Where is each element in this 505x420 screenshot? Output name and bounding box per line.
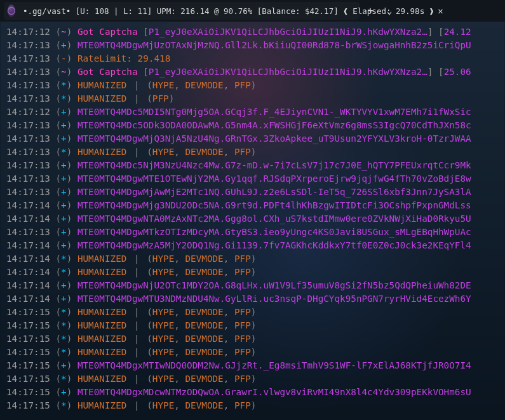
token-value: MTE0MTQ4MDgwMjQ3NjA5NzU4Ng.GRnTGx.3ZkoAp…	[77, 133, 471, 144]
status-symbol: -	[61, 53, 67, 64]
status-symbol: +	[61, 294, 67, 304]
paren-close: )	[67, 320, 77, 330]
status-symbol: *	[61, 93, 67, 104]
paren-close: )	[67, 53, 77, 64]
status-symbol: ~	[61, 67, 67, 77]
paren-close: )	[67, 107, 77, 117]
timestamp: 14:17:13	[6, 93, 55, 104]
paren-close: )	[67, 227, 77, 237]
paren-open: (	[55, 347, 61, 357]
paren-close: )	[67, 160, 77, 170]
timestamp: 14:17:15	[6, 387, 55, 397]
paren-close: )	[67, 254, 77, 264]
paren-close: )	[67, 307, 77, 317]
timestamp: 14:17:12	[6, 107, 55, 117]
log-line: 14:17:13 (*) HUMANIZED | (HYPE, DEVMODE,…	[6, 146, 499, 159]
separator: |	[128, 267, 145, 277]
timestamp: 14:17:14	[6, 294, 55, 304]
log-line: 14:17:13 (+) MTE0MTQ4MDgwMTE1OTEwNjY2MA.…	[6, 172, 499, 186]
log-line: 14:17:13 (~) Got Captcha [P1_eyJ0eXAiOiJ…	[6, 65, 499, 79]
status-symbol: +	[61, 107, 67, 117]
token-value: MTE0MTQ4MDgxMTIwNDQ0ODM2Nw.GJjzRt._Eg8ms…	[77, 360, 471, 370]
status-symbol: ~	[61, 27, 67, 37]
paren-open: (	[55, 200, 61, 210]
timestamp: 14:17:15	[6, 320, 55, 330]
timestamp: 14:17:13	[6, 187, 55, 197]
status-symbol: +	[61, 133, 67, 144]
paren-close: )	[67, 173, 77, 184]
tags: (HYPE, DEVMODE, PFP)	[147, 320, 256, 330]
app-icon	[8, 4, 15, 17]
timestamp: 14:17:13	[6, 173, 55, 184]
status-symbol: +	[61, 160, 67, 170]
tab-dropdown-button[interactable]: ⌄	[381, 3, 398, 19]
new-tab-button[interactable]: +	[362, 3, 379, 19]
separator: |	[128, 147, 145, 157]
log-line: 14:17:13 (+) MTE0MTQ4MDgwMjAwMjE2MTc1NQ.…	[6, 186, 499, 199]
timestamp: 14:17:14	[6, 280, 55, 290]
log-line: 14:17:14 (+) MTE0MTQ4MDgwMTU3NDMzNDU4Nw.…	[6, 292, 499, 306]
timestamp: 14:17:15	[6, 307, 55, 317]
status-symbol: +	[61, 120, 67, 130]
log-line: 14:17:14 (*) HUMANIZED | (HYPE, DEVMODE,…	[6, 252, 499, 266]
captcha-value: P1_eyJ0eXAiOiJKV1QiLCJhbGciOiJIUzI1NiJ9.…	[149, 27, 428, 37]
tags: (HYPE, DEVMODE, PFP)	[147, 80, 256, 90]
separator: |	[128, 254, 145, 264]
captcha-label: Got Captcha	[77, 27, 143, 37]
humanized-label: HUMANIZED	[77, 347, 126, 357]
log-line: 14:17:15 (*) HUMANIZED | (HYPE, DEVMODE,…	[6, 332, 499, 346]
terminal-output[interactable]: 14:17:12 (~) Got Captcha [P1_eyJ0eXAiOiJ…	[0, 22, 505, 416]
log-line: 14:17:12 (~) Got Captcha [P1_eyJ0eXAiOiJ…	[6, 25, 499, 39]
paren-open: (	[55, 387, 61, 397]
window-titlebar: •.gg/vast• [U: 108 | L: 11] UPM: 216.14 …	[0, 0, 505, 22]
ratelimit-message: RateLimit: 29.418	[77, 53, 170, 64]
bracket: [	[143, 67, 149, 77]
humanized-label: HUMANIZED	[77, 320, 126, 330]
close-icon[interactable]: ✕	[438, 6, 443, 16]
paren-open: (	[55, 294, 61, 304]
timestamp: 14:17:12	[6, 27, 55, 37]
humanized-label: HUMANIZED	[77, 147, 126, 157]
paren-open: (	[55, 27, 61, 37]
status-symbol: *	[61, 334, 67, 344]
token-value: MTE0MTQ4MDc5MDI5NTg0Mjg5OA.GCqj3f.F_4EJi…	[77, 107, 471, 117]
separator: |	[128, 334, 145, 344]
timestamp: 14:17:15	[6, 360, 55, 370]
tags: (HYPE, DEVMODE, PFP)	[147, 347, 256, 357]
log-line: 14:17:15 (*) HUMANIZED | (HYPE, DEVMODE,…	[6, 319, 499, 332]
paren-open: (	[55, 107, 61, 117]
paren-open: (	[55, 133, 61, 144]
bracket: ] [	[428, 67, 444, 77]
paren-open: (	[55, 334, 61, 344]
log-line: 14:17:13 (-) RateLimit: 29.418	[6, 52, 499, 65]
tab-active[interactable]: •.gg/vast• [U: 108 | L: 11] UPM: 216.14 …	[4, 2, 360, 20]
status-symbol: +	[61, 280, 67, 290]
token-value: MTE0MTQ4MDgwMzA5MjY2ODQ1Ng.Gi1139.7fv7AG…	[77, 240, 471, 250]
bracket: [	[143, 27, 149, 37]
tags: (HYPE, DEVMODE, PFP)	[147, 307, 256, 317]
timestamp: 14:17:15	[6, 374, 55, 384]
timestamp: 14:17:13	[6, 120, 55, 130]
status-symbol: *	[61, 80, 67, 90]
paren-open: (	[55, 67, 61, 77]
timestamp: 14:17:13	[6, 40, 55, 50]
humanized-label: HUMANIZED	[77, 334, 126, 344]
timestamp: 14:17:14	[6, 267, 55, 277]
log-line: 14:17:12 (+) MTE0MTQ4MDc5MDI5NTg0Mjg5OA.…	[6, 105, 499, 119]
timestamp: 14:17:14	[6, 200, 55, 210]
token-value: MTE0MTQ4MDc5ODk3ODA0ODAwMA.G5nm4A.xFWSHG…	[77, 120, 471, 130]
captcha-num: 24.12	[444, 27, 471, 37]
paren-open: (	[55, 280, 61, 290]
status-symbol: *	[61, 320, 67, 330]
paren-close: )	[67, 133, 77, 144]
tags: (PFP)	[147, 93, 174, 104]
token-value: MTE0MTQ4MDgwMjAwMjE2MTc1NQ.GUhL9J.z2e6Ls…	[77, 187, 471, 197]
token-value: MTE0MTQ4MDgwMTE1OTEwNjY2MA.Gy1qqf.RJSdqP…	[77, 173, 471, 184]
status-symbol: *	[61, 267, 67, 277]
tags: (HYPE, DEVMODE, PFP)	[147, 147, 256, 157]
token-value: MTE0MTQ4MDgwMTkzOTIzMDcyMA.GtyBS3.ieo9yU…	[77, 227, 471, 237]
status-symbol: *	[61, 400, 67, 410]
paren-open: (	[55, 80, 61, 90]
paren-close: )	[67, 347, 77, 357]
log-line: 14:17:13 (+) MTE0MTQ4MDc5NjM3NzU4Nzc4Mw.…	[6, 159, 499, 172]
